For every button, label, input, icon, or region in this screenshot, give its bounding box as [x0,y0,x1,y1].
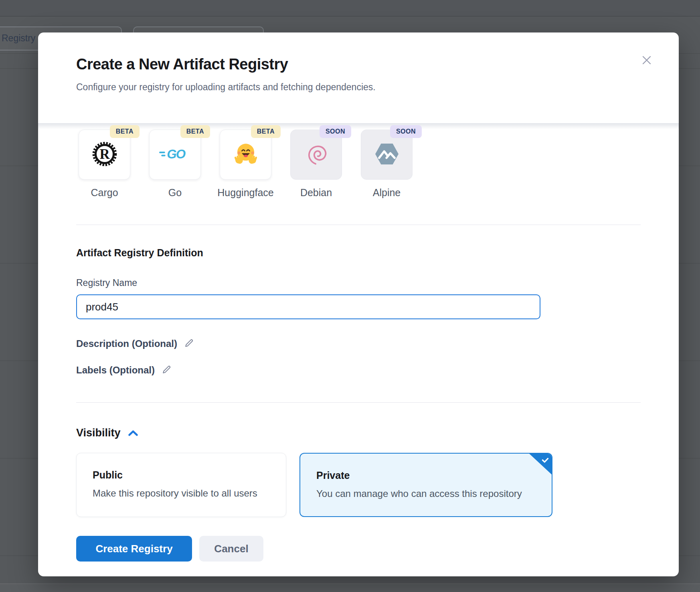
status-badge: SOON [320,125,351,138]
background-page-label: Registry [2,33,35,44]
pencil-icon [161,364,172,376]
package-type-item: SOON Debian [290,130,342,199]
visibility-option-public[interactable]: Public Make this repository visible to a… [76,453,286,517]
modal-title: Create a New Artifact Registry [76,55,641,73]
create-registry-modal: Create a New Artifact Registry Configure… [38,32,679,576]
package-card-huggingface[interactable]: BETA [220,130,271,180]
cancel-button[interactable]: Cancel [199,536,263,562]
package-type-item: BETA R Cargo [79,130,130,199]
chevron-up-icon [128,430,138,438]
description-row: Description (Optional) [76,338,641,350]
go-logo-icon: GO [159,146,191,164]
package-type-label: Alpine [373,187,401,199]
visibility-options-row: Public Make this repository visible to a… [76,453,641,517]
labels-row: Labels (Optional) [76,364,641,376]
section-divider [76,402,641,403]
close-button[interactable] [639,53,655,69]
package-card-debian: SOON [290,130,342,180]
status-badge: SOON [390,125,422,138]
background-topbar [0,0,700,16]
visibility-option-description: Make this repository visible to all user… [93,488,274,499]
package-type-label: Huggingface [217,187,273,199]
package-card-cargo[interactable]: BETA R [79,130,130,180]
status-badge: BETA [251,125,281,138]
pencil-icon [184,338,194,350]
edit-labels-button[interactable] [161,364,172,376]
description-label: Description (Optional) [76,338,177,349]
status-badge: BETA [180,125,210,138]
labels-label: Labels (Optional) [76,365,155,376]
package-type-item: SOON Alpine [361,130,413,199]
visibility-option-description: You can manage who can access this repos… [316,488,540,499]
svg-text:R: R [99,146,110,162]
package-type-label: Cargo [91,187,118,199]
collapse-visibility-button[interactable] [128,430,138,438]
modal-header: Create a New Artifact Registry Configure… [38,32,679,93]
cargo-rust-gear-icon: R [92,141,117,168]
alpine-mountain-icon [374,143,399,167]
package-card-go[interactable]: BETA GO [149,130,201,180]
modal-subtitle: Configure your registry for uploading ar… [76,81,641,93]
status-badge: BETA [110,125,140,138]
package-type-row: BETA R Cargo BETA GO Go BETA Huggingface… [38,130,679,199]
package-type-label: Debian [300,187,332,199]
visibility-heading: Visibility [76,427,641,439]
registry-name-input[interactable] [76,294,540,319]
package-type-label: Go [168,187,182,199]
definition-heading: Artifact Registry Definition [76,247,641,259]
modal-actions: Create Registry Cancel [76,536,641,562]
registry-name-label: Registry Name [76,278,641,288]
create-registry-button[interactable]: Create Registry [76,536,192,562]
visibility-option-private[interactable]: Private You can manage who can access th… [299,453,552,517]
package-card-alpine: SOON [361,130,413,180]
section-divider [76,225,641,225]
visibility-heading-label: Visibility [76,427,121,439]
package-type-item: BETA Huggingface [220,130,271,199]
background-footer [0,584,700,592]
svg-text:GO: GO [167,147,186,161]
edit-description-button[interactable] [184,338,194,350]
close-icon [641,61,653,67]
huggingface-emoji-icon [233,142,259,168]
visibility-option-title: Private [316,470,540,481]
package-type-item: BETA GO Go [149,130,201,199]
debian-swirl-icon [305,142,328,167]
visibility-option-title: Public [93,469,274,481]
